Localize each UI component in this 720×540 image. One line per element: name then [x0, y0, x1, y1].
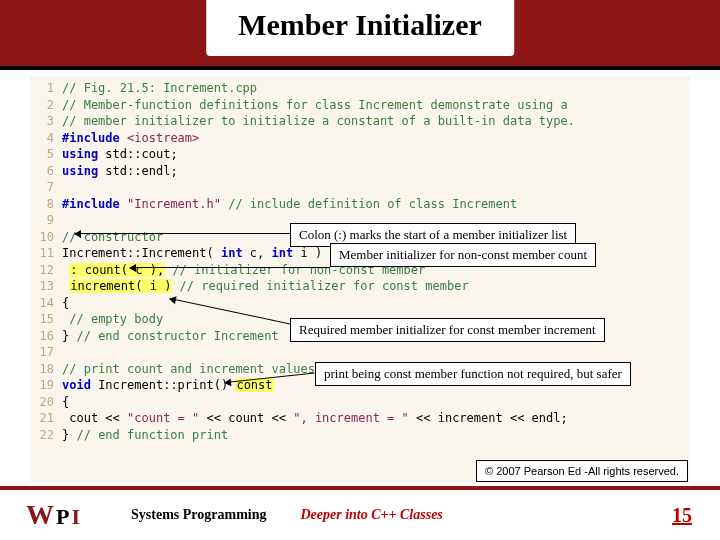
wpi-logo: WPI	[26, 499, 81, 531]
arrow-icon	[75, 233, 290, 234]
code-kw: int	[221, 246, 243, 260]
code-listing: 1// Fig. 21.5: Increment.cpp 2// Member-…	[30, 76, 690, 482]
code-str: "Increment.h"	[127, 197, 221, 211]
code-text: std::cout;	[105, 147, 177, 161]
callout-const: print being const member function not re…	[315, 362, 631, 386]
code-line: // member initializer to initialize a co…	[62, 114, 575, 128]
code-text: {	[62, 395, 69, 409]
footer-right: Deeper into C++ Classes	[300, 507, 442, 523]
code-kw: int	[272, 246, 294, 260]
code-text: Increment::print()	[91, 378, 236, 392]
code-str: "count = "	[127, 411, 199, 425]
code-kw: void	[62, 378, 91, 392]
code-cmt: // print count and increment values	[62, 362, 315, 376]
code-text: << increment << endl;	[409, 411, 568, 425]
slide-title: Member Initializer	[206, 0, 514, 56]
code-highlight: increment( i )	[69, 279, 172, 293]
code-cmt: // end constructor Increment	[76, 329, 278, 343]
code-text: c,	[243, 246, 272, 260]
code-str: ", increment = "	[293, 411, 409, 425]
copyright-note: © 2007 Pearson Ed -All rights reserved.	[476, 460, 688, 482]
code-kw: using	[62, 147, 98, 161]
code-cmt: // end function print	[76, 428, 228, 442]
code-text: }	[62, 428, 76, 442]
footer-center: Systems Programming	[131, 507, 266, 523]
code-line: // Fig. 21.5: Increment.cpp	[62, 81, 257, 95]
code-cmt: // include definition of class Increment	[228, 197, 517, 211]
code-cmt: // empty body	[69, 312, 163, 326]
code-kw: #include	[62, 197, 120, 211]
code-kw: #include	[62, 131, 120, 145]
callout-increment: Required member initializer for const me…	[290, 318, 605, 342]
code-text: i )	[293, 246, 322, 260]
slide-footer: WPI Systems Programming Deeper into C++ …	[0, 486, 720, 540]
code-text: std::endl;	[105, 164, 177, 178]
page-number: 15	[672, 504, 692, 527]
slide-header: Member Initializer	[0, 0, 720, 66]
code-text: {	[62, 296, 69, 310]
code-cmt: // required initializer for const member	[172, 279, 468, 293]
callout-count: Member initializer for non-const member …	[330, 243, 596, 267]
code-text: Increment::Increment(	[62, 246, 221, 260]
arrow-icon	[130, 267, 330, 268]
code-text: cout <<	[62, 411, 127, 425]
code-line: // Member-function definitions for class…	[62, 98, 568, 112]
code-kw: using	[62, 164, 98, 178]
code-text: }	[62, 329, 76, 343]
code-text: << count <<	[199, 411, 293, 425]
code-str: <iostream>	[127, 131, 199, 145]
code-highlight: : count( c ),	[69, 263, 165, 277]
